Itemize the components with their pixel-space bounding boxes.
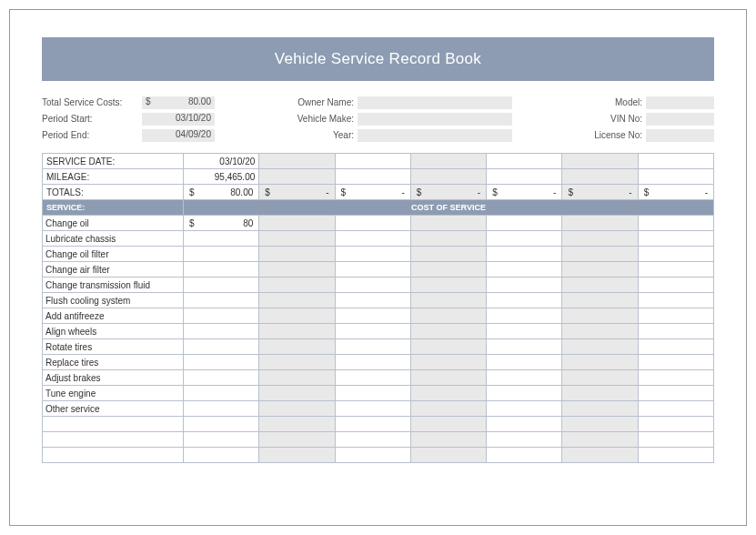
service-cost-cell[interactable] [487, 401, 562, 417]
service-cost-cell[interactable] [410, 247, 486, 262]
service-cost-cell[interactable] [259, 417, 335, 432]
service-cost-cell[interactable] [562, 324, 638, 339]
meta-value[interactable] [358, 113, 512, 126]
service-cost-cell[interactable] [562, 386, 638, 401]
service-cost-cell[interactable] [184, 262, 259, 278]
service-cost-cell[interactable] [410, 339, 486, 355]
service-cost-cell[interactable] [335, 278, 410, 293]
service-cost-cell[interactable] [638, 432, 713, 448]
service-name-cell[interactable]: Adjust brakes [43, 370, 184, 386]
service-cost-cell[interactable] [335, 339, 410, 355]
service-cost-cell[interactable] [259, 355, 335, 370]
service-cost-cell[interactable] [410, 216, 486, 231]
service-cost-cell[interactable] [184, 324, 259, 339]
service-name-cell[interactable]: Add antifreeze [43, 308, 184, 324]
service-cost-cell[interactable] [259, 293, 335, 308]
service-cost-cell[interactable] [184, 417, 259, 432]
service-cost-cell[interactable] [259, 432, 335, 448]
service-cost-cell[interactable] [259, 448, 335, 463]
service-cost-cell[interactable] [562, 401, 638, 417]
service-cost-cell[interactable] [562, 370, 638, 386]
service-cost-cell[interactable] [487, 386, 562, 401]
service-cost-cell[interactable] [487, 448, 562, 463]
service-cost-cell[interactable] [562, 231, 638, 247]
service-cost-cell[interactable] [259, 247, 335, 262]
service-cost-cell[interactable] [562, 308, 638, 324]
service-cost-cell[interactable] [638, 293, 713, 308]
service-date-value[interactable]: 03/10/20 [184, 154, 259, 169]
service-cost-cell[interactable] [184, 448, 259, 463]
service-name-cell[interactable]: Flush cooling system [43, 293, 184, 308]
service-cost-cell[interactable] [335, 355, 410, 370]
meta-value[interactable] [646, 129, 714, 142]
service-cost-cell[interactable] [335, 432, 410, 448]
service-cost-cell[interactable] [562, 216, 638, 231]
service-cost-cell[interactable] [259, 231, 335, 247]
service-cost-cell[interactable] [638, 401, 713, 417]
service-cost-cell[interactable] [562, 355, 638, 370]
service-cost-cell[interactable] [335, 448, 410, 463]
service-cost-cell[interactable] [259, 324, 335, 339]
service-cost-cell[interactable] [335, 216, 410, 231]
service-name-cell[interactable]: Replace tires [43, 355, 184, 370]
service-cost-cell[interactable] [410, 324, 486, 339]
service-cost-cell[interactable] [335, 308, 410, 324]
service-cost-cell[interactable] [410, 417, 486, 432]
totals-column[interactable]: $- [562, 185, 638, 200]
empty-cell[interactable] [638, 154, 713, 169]
service-cost-cell[interactable] [562, 278, 638, 293]
meta-value[interactable] [646, 113, 714, 126]
service-name-cell[interactable]: Change air filter [43, 262, 184, 278]
service-cost-cell[interactable] [259, 370, 335, 386]
service-cost-cell[interactable] [487, 370, 562, 386]
service-name-cell[interactable]: Change transmission fluid [43, 278, 184, 293]
empty-cell[interactable] [638, 169, 713, 185]
service-cost-cell[interactable] [487, 247, 562, 262]
service-cost-cell[interactable] [638, 370, 713, 386]
service-cost-cell[interactable] [335, 293, 410, 308]
service-cost-cell[interactable] [259, 216, 335, 231]
service-cost-cell[interactable] [335, 401, 410, 417]
service-cost-cell[interactable] [410, 231, 486, 247]
meta-value[interactable]: $80.00 [142, 96, 215, 109]
service-cost-cell[interactable] [259, 262, 335, 278]
service-name-cell[interactable] [43, 448, 184, 463]
service-cost-cell[interactable] [410, 262, 486, 278]
service-cost-cell[interactable] [259, 401, 335, 417]
service-name-cell[interactable]: Other service [43, 401, 184, 417]
meta-value[interactable] [358, 96, 512, 109]
service-cost-cell[interactable] [184, 293, 259, 308]
service-cost-cell[interactable] [335, 324, 410, 339]
service-name-cell[interactable]: Change oil [43, 216, 184, 231]
service-cost-cell[interactable] [335, 247, 410, 262]
empty-cell[interactable] [335, 154, 410, 169]
service-cost-cell[interactable] [410, 278, 486, 293]
empty-cell[interactable] [487, 169, 562, 185]
service-cost-cell[interactable] [259, 278, 335, 293]
service-cost-cell[interactable] [638, 448, 713, 463]
service-cost-cell[interactable] [487, 417, 562, 432]
service-cost-cell[interactable] [487, 262, 562, 278]
service-cost-cell[interactable] [259, 308, 335, 324]
service-cost-cell[interactable] [638, 386, 713, 401]
service-cost-cell[interactable] [410, 432, 486, 448]
service-cost-cell[interactable] [184, 278, 259, 293]
service-cost-cell[interactable] [259, 339, 335, 355]
service-cost-cell[interactable] [638, 417, 713, 432]
service-cost-cell[interactable] [562, 417, 638, 432]
service-cost-cell[interactable] [638, 247, 713, 262]
service-name-cell[interactable]: Tune engine [43, 386, 184, 401]
service-cost-cell[interactable] [562, 247, 638, 262]
totals-column[interactable]: $- [487, 185, 562, 200]
service-cost-cell[interactable] [487, 278, 562, 293]
service-cost-cell[interactable] [184, 339, 259, 355]
service-name-cell[interactable]: Change oil filter [43, 247, 184, 262]
service-cost-cell[interactable] [487, 324, 562, 339]
service-name-cell[interactable] [43, 432, 184, 448]
mileage-value[interactable]: 95,465.00 [184, 169, 259, 185]
totals-column[interactable]: $- [638, 185, 713, 200]
service-cost-cell[interactable] [410, 355, 486, 370]
totals-column[interactable]: $- [335, 185, 410, 200]
service-cost-cell[interactable] [184, 355, 259, 370]
empty-cell[interactable] [410, 169, 486, 185]
